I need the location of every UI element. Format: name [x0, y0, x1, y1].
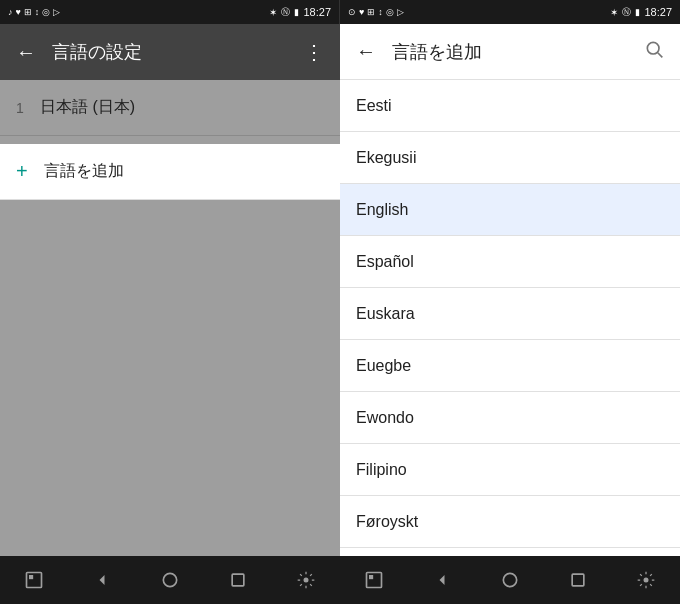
svg-rect-12	[572, 574, 584, 586]
list-item-euegbe[interactable]: Euegbe	[340, 340, 680, 392]
right-nav-back[interactable]	[422, 560, 462, 600]
right-bluetooth-icon: ✶	[610, 7, 618, 18]
svg-point-6	[647, 42, 659, 54]
add-language-button[interactable]: + 言語を追加	[0, 144, 340, 200]
right-status-icon-3: ⊞	[367, 7, 375, 17]
svg-marker-10	[440, 575, 445, 585]
language-number: 1	[16, 100, 40, 116]
status-icon-circle: ◎	[42, 7, 50, 17]
list-item-foroyskt[interactable]: Føroyskt	[340, 496, 680, 548]
right-nav-recent[interactable]	[558, 560, 598, 600]
right-nav-settings[interactable]	[626, 560, 666, 600]
right-status-icon-4: ↕	[378, 7, 383, 17]
left-time: 18:27	[303, 6, 331, 18]
svg-point-5	[304, 578, 309, 583]
status-icon-heart: ♥	[16, 7, 21, 17]
list-item-eesti[interactable]: Eesti	[340, 80, 680, 132]
left-bluetooth-icon: ✶	[269, 7, 277, 18]
svg-line-7	[658, 53, 663, 58]
left-nav-home[interactable]	[150, 560, 190, 600]
right-panel-title: 言語を追加	[392, 40, 628, 64]
svg-rect-1	[29, 575, 33, 579]
right-bottom-nav	[340, 556, 680, 604]
status-icon-music: ♪	[8, 7, 13, 17]
right-time: 18:27	[644, 6, 672, 18]
right-search-button[interactable]	[644, 39, 664, 64]
left-nfc-icon: Ⓝ	[281, 6, 290, 19]
svg-rect-9	[369, 575, 373, 579]
status-icon-grid: ⊞	[24, 7, 32, 17]
left-nav-screenshot[interactable]	[14, 560, 54, 600]
svg-rect-0	[27, 573, 42, 588]
left-nav-back[interactable]	[82, 560, 122, 600]
right-language-list: Eesti Ekegusii English Español Euskara E…	[340, 80, 680, 556]
right-status-icon-6: ▷	[397, 7, 404, 17]
status-icon-swap: ↕	[35, 7, 40, 17]
list-item-english[interactable]: English	[340, 184, 680, 236]
left-nav-recent[interactable]	[218, 560, 258, 600]
left-bottom-nav	[0, 556, 340, 604]
language-item-japanese[interactable]: 1 日本語 (日本)	[0, 80, 340, 136]
svg-point-3	[163, 573, 176, 586]
right-header: ← 言語を追加	[340, 24, 680, 80]
add-icon: +	[16, 160, 28, 183]
left-panel-title: 言語の設定	[52, 40, 288, 64]
svg-point-11	[503, 573, 516, 586]
status-icon-play: ▷	[53, 7, 60, 17]
right-nfc-icon: Ⓝ	[622, 6, 631, 19]
right-status-icon-5: ◎	[386, 7, 394, 17]
left-battery-icon: ▮	[294, 7, 299, 17]
list-item-francais[interactable]: Français	[340, 548, 680, 556]
left-nav-settings[interactable]	[286, 560, 326, 600]
right-battery-icon: ▮	[635, 7, 640, 17]
svg-marker-2	[100, 575, 105, 585]
right-back-button[interactable]: ←	[356, 40, 376, 63]
right-nav-home[interactable]	[490, 560, 530, 600]
left-back-button[interactable]: ←	[16, 41, 36, 64]
list-item-ekegusii[interactable]: Ekegusii	[340, 132, 680, 184]
svg-rect-4	[232, 574, 244, 586]
right-status-icon-1: ⊙	[348, 7, 356, 17]
left-language-list: 1 日本語 (日本) + 言語を追加	[0, 80, 340, 556]
list-item-espanol[interactable]: Español	[340, 236, 680, 288]
list-item-filipino[interactable]: Filipino	[340, 444, 680, 496]
svg-point-13	[644, 578, 649, 583]
list-item-euskara[interactable]: Euskara	[340, 288, 680, 340]
left-header: ← 言語の設定 ⋮	[0, 24, 340, 80]
add-language-label: 言語を追加	[44, 161, 124, 182]
language-name-japanese: 日本語 (日本)	[40, 97, 135, 118]
left-more-button[interactable]: ⋮	[304, 40, 324, 64]
list-item-ewondo[interactable]: Ewondo	[340, 392, 680, 444]
svg-rect-8	[367, 573, 382, 588]
right-nav-screenshot[interactable]	[354, 560, 394, 600]
right-status-icon-2: ♥	[359, 7, 364, 17]
